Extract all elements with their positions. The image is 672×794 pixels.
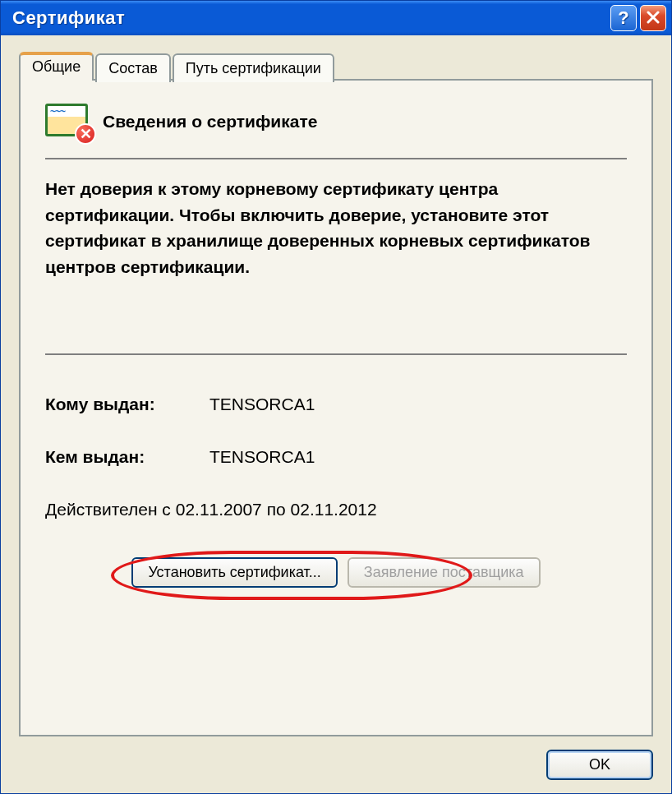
close-button[interactable] (640, 5, 666, 31)
close-icon (647, 7, 660, 29)
cert-heading: Сведения о сертификате (103, 112, 317, 132)
issued-by-value: TENSORCA1 (209, 447, 315, 467)
issued-by-label: Кем выдан: (45, 447, 209, 467)
tab-cert-path[interactable]: Путь сертификации (173, 53, 334, 82)
action-buttons: Установить сертификат... Заявление поста… (45, 557, 627, 588)
error-badge-icon: ✕ (75, 123, 96, 145)
issued-to-label: Кому выдан: (45, 395, 209, 414)
dialog-buttons: OK (19, 736, 653, 780)
tab-general[interactable]: Общие (19, 52, 94, 81)
help-icon: ? (618, 7, 628, 29)
certificate-dialog: Сертификат ? Общие Состав Путь сертифика… (0, 0, 672, 794)
divider (45, 353, 627, 355)
titlebar[interactable]: Сертификат ? (1, 1, 671, 35)
issuer-statement-button: Заявление поставщика (348, 557, 541, 588)
ok-button[interactable]: OK (546, 750, 653, 780)
validity-text: Действителен с 02.11.2007 по 02.11.2012 (45, 500, 627, 519)
tab-panel-general: ~~~ ✕ Сведения о сертификате Нет доверия… (19, 79, 653, 736)
window-title: Сертификат (12, 7, 607, 29)
cert-warning-text: Нет доверия к этому корневому сертификат… (45, 176, 627, 279)
issued-by-row: Кем выдан: TENSORCA1 (45, 447, 627, 467)
divider (45, 158, 627, 159)
help-button[interactable]: ? (610, 5, 637, 31)
cert-fields: Кому выдан: TENSORCA1 Кем выдан: TENSORC… (45, 395, 627, 519)
issued-to-row: Кому выдан: TENSORCA1 (45, 395, 627, 414)
cert-header: ~~~ ✕ Сведения о сертификате (45, 104, 627, 140)
issued-to-value: TENSORCA1 (209, 395, 315, 414)
install-certificate-button[interactable]: Установить сертификат... (131, 557, 337, 588)
tab-strip: Общие Состав Путь сертификации (19, 52, 653, 81)
client-area: Общие Состав Путь сертификации ~~~ ✕ Све… (1, 35, 671, 793)
certificate-error-icon: ~~~ ✕ (45, 104, 91, 140)
tab-details[interactable]: Состав (95, 53, 171, 82)
